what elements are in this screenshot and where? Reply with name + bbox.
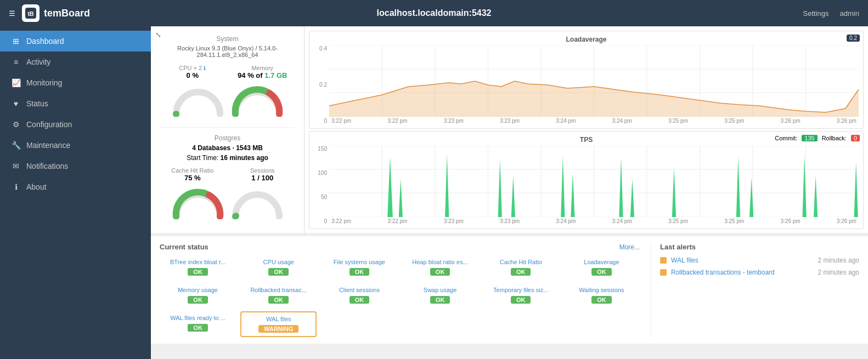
loadaverage-chart: Loadaverage 0.2 0.4 0.2 0 <box>309 31 864 129</box>
svg-marker-34 <box>571 173 574 217</box>
status-badge: OK <box>188 296 208 304</box>
sidebar-item-about[interactable]: ℹ About <box>0 176 151 197</box>
status-card[interactable]: Temporary files siz...OK <box>483 283 559 307</box>
sidebar-label-configuration: Configuration <box>26 120 72 129</box>
status-card[interactable]: Swap usageOK <box>402 283 478 307</box>
alert-link[interactable]: WAL files <box>671 257 698 264</box>
cache-hit-metric: Cache Hit Ratio 75 % <box>160 167 226 182</box>
svg-marker-30 <box>445 154 449 217</box>
alert-dot <box>660 257 667 264</box>
notifications-icon: ✉ <box>11 161 21 171</box>
sidebar-item-configuration[interactable]: ⚙ Configuration <box>0 114 151 135</box>
status-card[interactable]: LoadaverageOK <box>563 255 640 279</box>
status-card[interactable]: Memory usageOK <box>160 283 236 307</box>
hamburger-icon[interactable]: ☰ <box>9 9 15 18</box>
alert-time: 2 minutes ago <box>818 269 859 276</box>
svg-marker-31 <box>498 159 502 217</box>
status-card-label: BTree index bloat r... <box>162 259 234 265</box>
status-card-label: CPU usage <box>243 259 314 265</box>
loadaverage-xaxis: 3:22 pm3:22 pm3:23 pm3:23 pm3:24 pm3:24 … <box>329 118 859 124</box>
maintenance-icon: 🔧 <box>11 140 21 150</box>
memory-gauge <box>230 84 285 118</box>
configuration-icon: ⚙ <box>11 119 21 129</box>
sidebar-item-status[interactable]: ♥ Status <box>0 93 151 114</box>
alerts-title: Last alerts <box>660 243 859 251</box>
activity-icon: ≡ <box>11 57 21 67</box>
loadaverage-yaxis: 0.4 0.2 0 <box>314 45 329 124</box>
main-content: ⤡ System Rocky Linux 9.3 (Blue Onyx) / 5… <box>151 26 868 359</box>
sidebar-item-activity[interactable]: ≡ Activity <box>0 52 151 72</box>
status-title: Current status <box>160 243 208 251</box>
bottom-section: Current status More... BTree index bloat… <box>151 236 868 344</box>
cpu-label: CPU × 2 ℹ <box>160 65 226 71</box>
sidebar-label-activity: Activity <box>26 58 50 66</box>
expand-icon[interactable]: ⤡ <box>155 31 161 39</box>
more-link[interactable]: More... <box>619 243 640 251</box>
status-card-label: Client sessions <box>323 287 395 293</box>
status-card[interactable]: Rollbacked transac...OK <box>240 283 317 307</box>
cpu-metric: CPU × 2 ℹ 0 % <box>160 65 226 79</box>
alert-time: 2 minutes ago <box>818 257 859 264</box>
status-card-label: File systems usage <box>323 259 395 265</box>
status-card-label: WAL files ready to ... <box>162 315 234 321</box>
status-badge: OK <box>188 268 208 276</box>
svg-marker-35 <box>619 158 623 217</box>
tps-chart: TPS Commit: 135 Rollback: 0 150 100 50 0 <box>309 131 864 229</box>
svg-marker-28 <box>387 157 393 217</box>
tps-legend: Commit: 135 Rollback: 0 <box>775 135 860 141</box>
rollback-value: 0 <box>851 135 860 141</box>
postgres-databases: 4 Databases · 1543 MB <box>160 144 295 152</box>
status-badge: WARNING <box>258 325 298 333</box>
brand-name: temBoard <box>44 8 90 19</box>
memory-label: Memory <box>230 65 296 71</box>
logo: tB <box>22 4 40 22</box>
sidebar-item-notifications[interactable]: ✉ Notifications <box>0 156 151 176</box>
charts-panel: Loadaverage 0.2 0.4 0.2 0 <box>305 26 868 233</box>
status-panel: Current status More... BTree index bloat… <box>160 243 640 337</box>
status-card-label: Waiting sessions <box>566 287 638 293</box>
status-card-label: Loadaverage <box>566 259 638 265</box>
sidebar-item-dashboard[interactable]: ⊞ Dashboard <box>0 31 151 52</box>
sessions-value: 1 / 100 <box>230 174 296 182</box>
admin-link[interactable]: admin <box>840 9 859 18</box>
status-badge: OK <box>511 296 531 304</box>
status-card[interactable]: BTree index bloat r...OK <box>160 255 236 279</box>
settings-link[interactable]: Settings <box>803 9 829 18</box>
status-card[interactable]: Waiting sessionsOK <box>563 283 640 307</box>
sidebar-label-notifications: Notifications <box>26 162 68 170</box>
loadaverage-badge: 0.2 <box>847 35 860 42</box>
status-badge: OK <box>350 268 370 276</box>
monitoring-icon: 📈 <box>11 78 21 88</box>
navbar-right: Settings admin <box>803 9 859 18</box>
sessions-label: Sessions <box>230 167 296 174</box>
status-card[interactable]: File systems usageOK <box>321 255 397 279</box>
status-badge: OK <box>350 296 370 304</box>
alerts-panel: Last alerts WAL files2 minutes agoRollba… <box>651 243 859 337</box>
cache-hit-gauge <box>171 186 226 221</box>
memory-value: 94 % of 1.7 GB <box>230 71 296 79</box>
alert-dot <box>660 269 667 276</box>
tps-yaxis: 150 100 50 0 <box>314 146 329 224</box>
status-card[interactable]: WAL files ready to ...OK <box>160 311 236 337</box>
postgres-section: Postgres 4 Databases · 1543 MB Start Tim… <box>160 127 295 221</box>
svg-marker-38 <box>736 157 740 217</box>
alerts-list: WAL files2 minutes agoRollbacked transac… <box>660 257 859 276</box>
sidebar-item-maintenance[interactable]: 🔧 Maintenance <box>0 135 151 156</box>
status-card[interactable]: WAL filesWARNING <box>240 311 317 337</box>
svg-marker-41 <box>814 176 818 217</box>
status-card[interactable]: Cache Hit RatioOK <box>483 255 559 279</box>
status-card-label: Memory usage <box>162 287 234 293</box>
svg-marker-33 <box>561 156 565 217</box>
alert-item: Rollbacked transactions - temboard2 minu… <box>660 269 859 276</box>
sidebar-item-monitoring[interactable]: 📈 Monitoring <box>0 72 151 93</box>
cpu-value: 0 % <box>160 71 226 79</box>
system-title: System <box>160 35 295 43</box>
status-badge: OK <box>591 268 612 276</box>
rollback-label: Rollback: <box>822 135 847 141</box>
system-panel: ⤡ System Rocky Linux 9.3 (Blue Onyx) / 5… <box>151 26 305 233</box>
top-section: ⤡ System Rocky Linux 9.3 (Blue Onyx) / 5… <box>151 26 868 234</box>
status-card[interactable]: Client sessionsOK <box>321 283 397 307</box>
status-card[interactable]: CPU usageOK <box>240 255 317 279</box>
status-card[interactable]: Heap bloat ratio es...OK <box>402 255 478 279</box>
alert-link[interactable]: Rollbacked transactions - temboard <box>671 269 775 276</box>
